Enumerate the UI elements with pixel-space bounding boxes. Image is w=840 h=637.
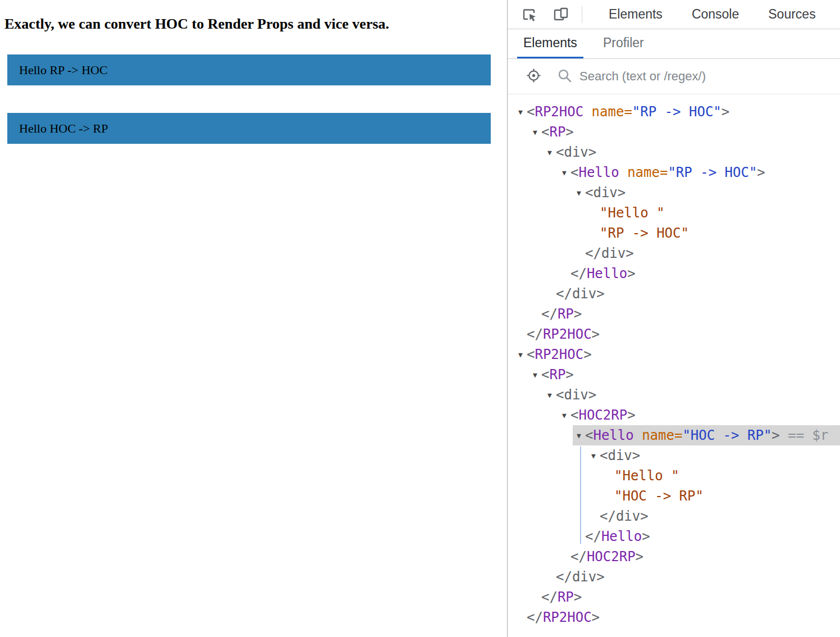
- token-v: "RP -> HOC": [632, 104, 722, 120]
- search-icon: [557, 68, 572, 85]
- tree-row[interactable]: ▼<div>: [544, 385, 840, 405]
- expand-arrow-icon[interactable]: ▼: [587, 452, 600, 460]
- token-p: </: [570, 549, 587, 565]
- devtools-tab-elements[interactable]: Elements: [609, 7, 663, 22]
- tree-row[interactable]: </RP2HOC>: [514, 324, 840, 344]
- token-c: RP2HOC: [535, 347, 583, 362]
- token-p: >: [574, 589, 582, 605]
- tree-row[interactable]: ▼<RP2HOC name="RP -> HOC">: [514, 102, 840, 122]
- token-p: >: [592, 609, 600, 625]
- page-heading: Exactly, we can convert HOC to Render Pr…: [4, 16, 507, 33]
- token-d: </div>: [556, 569, 605, 585]
- token-p: >: [627, 407, 635, 423]
- tree-row[interactable]: ▼<div>: [573, 183, 840, 203]
- tree-row[interactable]: "RP -> HOC": [587, 223, 840, 243]
- toolbar-divider: [582, 6, 582, 23]
- token-c: RP: [549, 367, 565, 383]
- token-p: >: [574, 306, 582, 322]
- search-input[interactable]: Search (text or /regex/): [579, 69, 706, 84]
- token-p: </: [527, 609, 543, 625]
- tree-row[interactable]: </RP2HOC>: [514, 607, 840, 627]
- tree-row[interactable]: </div>: [544, 284, 840, 304]
- device-toolbar-icon[interactable]: [553, 6, 569, 23]
- component-tree: ▼<RP2HOC name="RP -> HOC">▼<RP>▼<div>▼<H…: [508, 94, 840, 627]
- tree-row[interactable]: ▼<RP>: [529, 122, 840, 142]
- tree-row[interactable]: ▼<div>: [544, 142, 840, 162]
- token-p: >: [583, 347, 591, 362]
- token-c: RP: [558, 306, 574, 322]
- expand-arrow-icon[interactable]: ▼: [558, 169, 570, 177]
- tree-row[interactable]: ▼<div>: [587, 445, 840, 466]
- devtools-toolbar: Elements Console Sources: [508, 0, 840, 29]
- tree-row[interactable]: </div>: [544, 567, 840, 587]
- react-devtools-tabbar: Elements Profiler: [508, 29, 840, 59]
- expand-arrow-icon[interactable]: ▼: [573, 189, 585, 197]
- token-c: Hello: [593, 427, 633, 443]
- token-d: <div>: [556, 144, 596, 160]
- token-p: </: [541, 589, 558, 605]
- token-p: >: [565, 367, 573, 383]
- expand-arrow-icon[interactable]: ▼: [544, 391, 556, 399]
- token-d: <div>: [556, 387, 596, 403]
- token-a: name=: [592, 104, 632, 120]
- token-t: [583, 104, 591, 120]
- expand-arrow-icon[interactable]: ▼: [529, 128, 541, 136]
- token-v: "RP -> HOC": [668, 165, 757, 180]
- inspect-component-target-icon[interactable]: [526, 68, 541, 85]
- expand-arrow-icon[interactable]: ▼: [558, 411, 570, 420]
- inspect-element-icon[interactable]: [521, 6, 538, 23]
- hello-hoc-rp-label: Hello HOC -> RP: [19, 121, 108, 136]
- token-p: <: [527, 347, 535, 362]
- search-bar[interactable]: Search (text or /regex/): [508, 59, 840, 94]
- tree-row[interactable]: ▼<RP>: [529, 365, 840, 385]
- tree-row[interactable]: </HOC2RP>: [558, 547, 840, 567]
- tree-row[interactable]: ▼<HOC2RP>: [558, 405, 840, 425]
- expand-arrow-icon[interactable]: ▼: [573, 431, 585, 440]
- tree-row[interactable]: ▼<RP2HOC>: [514, 344, 840, 365]
- token-c: RP2HOC: [543, 326, 592, 342]
- tree-row[interactable]: </div>: [587, 506, 840, 526]
- hello-rp-hoc-label: Hello RP -> HOC: [19, 63, 108, 78]
- devtools-panel: Elements Console Sources Elements Profil…: [507, 0, 840, 637]
- page-content: Exactly, we can convert HOC to Render Pr…: [0, 0, 507, 637]
- tree-row[interactable]: </Hello>: [573, 526, 840, 547]
- expand-arrow-icon[interactable]: ▼: [514, 351, 527, 359]
- token-p: >: [722, 104, 729, 120]
- token-c: Hello: [578, 165, 619, 180]
- tree-row[interactable]: </Hello>: [558, 263, 840, 284]
- token-a: name=: [627, 165, 668, 180]
- token-c: Hello: [601, 529, 642, 544]
- token-p: >: [636, 549, 643, 565]
- token-d: </div>: [585, 245, 634, 261]
- tree-row[interactable]: </div>: [573, 243, 840, 263]
- tab-profiler[interactable]: Profiler: [597, 29, 650, 58]
- token-p: </: [527, 326, 543, 342]
- tab-elements[interactable]: Elements: [517, 29, 583, 58]
- tree-row[interactable]: "Hello ": [587, 203, 840, 223]
- token-c: RP2HOC: [543, 609, 592, 625]
- tree-row[interactable]: "HOC -> RP": [602, 486, 840, 506]
- tree-row[interactable]: </RP>: [529, 587, 840, 607]
- token-c: Hello: [587, 266, 627, 281]
- devtools-tab-console[interactable]: Console: [692, 7, 739, 22]
- token-d: <div>: [585, 185, 626, 201]
- token-t: [634, 427, 642, 443]
- token-p: >: [642, 529, 650, 544]
- devtools-tab-sources[interactable]: Sources: [768, 7, 815, 22]
- expand-arrow-icon[interactable]: ▼: [529, 371, 541, 379]
- token-p: >: [592, 326, 600, 342]
- token-c: HOC2RP: [578, 407, 627, 423]
- tree-row[interactable]: "Hello ": [602, 466, 840, 486]
- hello-hoc-rp-box: Hello HOC -> RP: [7, 113, 491, 144]
- expand-arrow-icon[interactable]: ▼: [514, 108, 527, 116]
- tree-row[interactable]: </RP>: [529, 304, 840, 324]
- token-c: RP2HOC: [535, 104, 583, 120]
- expand-arrow-icon[interactable]: ▼: [544, 148, 556, 157]
- token-a: name=: [642, 427, 682, 443]
- token-p: <: [570, 165, 578, 180]
- tree-row-selected[interactable]: ▼<Hello name="HOC -> RP"> == $r: [573, 425, 840, 445]
- token-p: </: [541, 306, 558, 322]
- token-s: "Hello ": [614, 468, 679, 484]
- token-s: "Hello ": [600, 205, 665, 221]
- tree-row[interactable]: ▼<Hello name="RP -> HOC">: [558, 162, 840, 183]
